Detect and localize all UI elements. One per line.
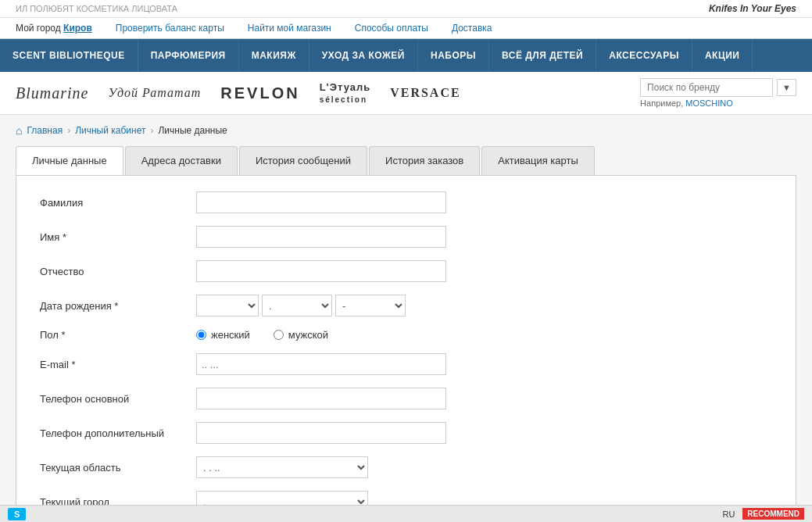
home-icon: ⌂ [16,124,22,137]
breadcrumb-sep-1: › [67,125,70,136]
delivery-link[interactable]: Доставка [452,23,492,34]
nav-sets[interactable]: НАБОРЫ [418,39,489,72]
tab-messages[interactable]: История сообщений [239,146,367,175]
phone-main-label: Телефон основной [40,393,196,405]
brand-hint-link[interactable]: MOSCHINO [685,98,733,108]
city-link[interactable]: Киров [63,23,92,34]
phone-extra-label: Телефон дополнительный [40,427,196,439]
brand-bar: Blumarine Удой Рататат REVLON L'Этуальsé… [0,72,812,115]
brand-udoy: Удой Рататат [108,86,201,100]
find-store-link[interactable]: Найти мой магазин [248,23,331,34]
top-bar: ИЛ ПОЛЮБЯТ КОСМЕТИКА ЛИЦОВАТА Knifes In … [0,0,812,18]
nav-makeup[interactable]: МАКИЯЖ [239,39,309,72]
lang-label: RU [722,509,735,519]
region-select[interactable]: . . .. [196,456,368,478]
nav-accessories[interactable]: АКСЕССУАРЫ [596,39,692,72]
site-url: ИЛ ПОЛЮБЯТ КОСМЕТИКА ЛИЦОВАТА [16,4,177,13]
tabs-area: Личные данные Адреса доставки История со… [0,146,812,175]
brand-search-input[interactable] [640,78,773,97]
phone-extra-input[interactable] [196,422,446,444]
brand-hint: Например, MOSCHINO [640,98,733,108]
brand-search: ▼ [640,78,796,97]
gender-male-text: мужской [288,329,328,341]
gender-female-label[interactable]: женский [196,329,250,341]
nav-kids[interactable]: ВСЁ ДЛЯ ДЕТЕЙ [489,39,596,72]
form-area: Фамилия Имя * Отчество Дата рождения * .… [16,175,796,522]
site-brand: Knifes In Your Eyes [709,3,796,14]
lastname-input[interactable] [196,191,446,213]
lastname-row: Фамилия [40,191,772,213]
birthdate-year-select[interactable]: - [335,295,406,316]
recommend-badge: RECOMMEND [742,508,804,520]
tab-orders[interactable]: История заказов [369,146,480,175]
region-label: Текущая область [40,462,196,474]
patronymic-label: Отчество [40,266,196,277]
phone-main-row: Телефон основной [40,388,772,409]
tab-activation[interactable]: Активация карты [481,146,595,175]
breadcrumb-cabinet[interactable]: Личный кабинет [75,125,145,136]
gender-female-radio[interactable] [196,330,206,340]
gender-male-label[interactable]: мужской [274,329,328,341]
skype-icon[interactable]: S [8,508,26,520]
brand-revlon: REVLON [220,84,299,102]
phone-main-input[interactable] [196,388,446,409]
lastname-label: Фамилия [40,197,196,209]
check-balance-link[interactable]: Проверить баланс карты [116,23,224,34]
bottom-bar: S RU RECOMMEND [0,505,812,522]
breadcrumb-home[interactable]: Главная [27,125,63,136]
gender-row: Пол * женский мужской [40,329,772,341]
nav-skincare[interactable]: УХОД ЗА КОЖЕЙ [309,39,418,72]
breadcrumb: ⌂ Главная › Личный кабинет › Личные данн… [0,115,812,146]
gender-radio-group: женский мужской [196,329,328,341]
tab-delivery[interactable]: Адреса доставки [125,146,238,175]
firstname-label: Имя * [40,231,196,243]
nav-promo[interactable]: АКЦИИ [692,39,753,72]
birthdate-row: Дата рождения * . - [40,295,772,316]
brand-blumarine: Blumarine [16,84,88,102]
top-links-bar: Мой город Киров Проверить баланс карты Н… [0,18,812,39]
gender-male-radio[interactable] [274,330,284,340]
tabs: Личные данные Адреса доставки История со… [16,146,796,175]
brand-search-dropdown-btn[interactable]: ▼ [777,79,796,96]
patronymic-row: Отчество [40,260,772,282]
city-label: Мой город Киров [16,23,92,34]
birthdate-label: Дата рождения * [40,300,196,312]
firstname-row: Имя * [40,226,772,248]
payment-link[interactable]: Способы оплаты [355,23,428,34]
phone-extra-row: Телефон дополнительный [40,422,772,444]
breadcrumb-current: Личные данные [158,125,227,136]
tab-personal[interactable]: Личные данные [16,146,123,175]
main-nav: SCENT BIBLIOTHEQUE ПАРФЮМЕРИЯ МАКИЯЖ УХО… [0,39,812,72]
nav-scent[interactable]: SCENT BIBLIOTHEQUE [0,39,138,72]
gender-label: Пол * [40,329,196,341]
gender-female-text: женский [211,329,250,341]
email-row: E-mail * [40,353,772,375]
birthdate-day-select[interactable] [196,295,259,316]
breadcrumb-sep-2: › [150,125,153,136]
birthdate-selects: . - [196,295,406,316]
brand-etoile: L'Этуальsélection [320,81,371,105]
region-row: Текущая область . . .. [40,456,772,478]
firstname-input[interactable] [196,226,446,248]
brand-versace: VERSACE [390,86,460,100]
email-input[interactable] [196,353,446,375]
birthdate-month-select[interactable]: . [262,295,332,316]
brand-search-area: ▼ Например, MOSCHINO [640,78,796,108]
email-label: E-mail * [40,359,196,370]
nav-parfum[interactable]: ПАРФЮМЕРИЯ [138,39,239,72]
patronymic-input[interactable] [196,260,446,282]
brand-logos: Blumarine Удой Рататат REVLON L'Этуальsé… [16,81,624,105]
